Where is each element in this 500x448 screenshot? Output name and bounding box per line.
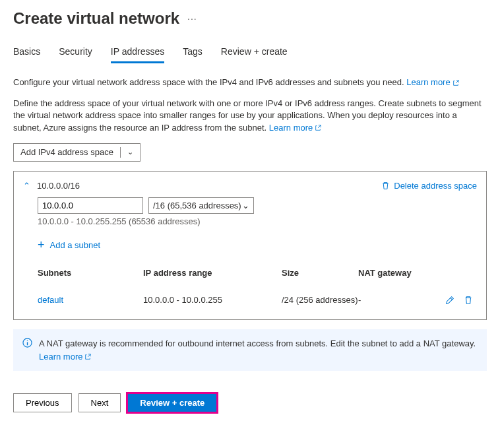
address-space-cidr: 10.0.0.0/16 (37, 181, 381, 191)
page-title: Create virtual network (13, 9, 179, 28)
address-space-block: ⌃ 10.0.0.0/16 Delete address space /16 (… (13, 171, 487, 321)
add-address-space-button[interactable]: Add IPv4 address space ⌄ (13, 143, 141, 162)
subnet-table-header: Subnets IP address range Size NAT gatewa… (38, 268, 477, 283)
tab-bar: Basics Security IP addresses Tags Review… (13, 46, 487, 63)
learn-more-link-3[interactable]: Learn more (39, 352, 91, 362)
tab-basics[interactable]: Basics (13, 46, 40, 63)
tab-review-create[interactable]: Review + create (221, 46, 288, 63)
col-header-range: IP address range (143, 268, 282, 278)
delete-address-space-button[interactable]: Delete address space (381, 181, 477, 191)
col-header-subnets: Subnets (38, 268, 143, 278)
subnet-range: 10.0.0.0 - 10.0.0.255 (143, 295, 282, 305)
col-header-nat: NAT gateway (358, 268, 444, 278)
external-link-icon (453, 80, 459, 86)
prefix-select[interactable]: /16 (65,536 addresses) ⌄ (148, 197, 254, 214)
external-link-icon (84, 354, 91, 360)
tab-security[interactable]: Security (59, 46, 92, 63)
external-link-icon (315, 125, 321, 131)
trash-icon (381, 181, 390, 190)
tab-ip-addresses[interactable]: IP addresses (111, 46, 164, 63)
trash-icon (464, 296, 473, 305)
edit-subnet-button[interactable] (445, 295, 454, 305)
delete-subnet-button[interactable] (464, 295, 473, 305)
add-subnet-button[interactable]: + Add a subnet (38, 238, 477, 252)
next-button[interactable]: Next (78, 393, 121, 412)
chevron-down-icon: ⌄ (242, 201, 249, 210)
subnet-nat: - (358, 295, 444, 305)
col-header-size: Size (282, 268, 358, 278)
learn-more-link-2[interactable]: Learn more (269, 123, 321, 133)
plus-icon: + (38, 238, 45, 252)
info-box: A NAT gateway is recommended for outboun… (13, 329, 487, 371)
range-text: 10.0.0.0 - 10.0.255.255 (65536 addresses… (38, 216, 477, 226)
subnet-name-link[interactable]: default (38, 295, 63, 305)
table-row: default 10.0.0.0 - 10.0.0.255 /24 (256 a… (38, 283, 477, 311)
previous-button[interactable]: Previous (13, 393, 72, 412)
review-create-button[interactable]: Review + create (127, 393, 217, 412)
subnet-size: /24 (256 addresses) (282, 295, 358, 305)
footer-buttons: Previous Next Review + create (13, 393, 487, 412)
info-icon (22, 338, 32, 348)
learn-more-link-1[interactable]: Learn more (406, 77, 458, 87)
intro-text-2: Define the address space of your virtual… (13, 98, 487, 134)
info-text: A NAT gateway is recommended for outboun… (39, 338, 476, 348)
chevron-down-icon: ⌄ (127, 148, 133, 156)
more-actions-button[interactable]: ··· (187, 13, 197, 24)
pencil-icon (445, 296, 454, 305)
tab-tags[interactable]: Tags (183, 46, 203, 63)
ip-address-input[interactable] (38, 197, 143, 214)
collapse-toggle[interactable]: ⌃ (23, 181, 30, 191)
divider (120, 147, 121, 158)
intro-text-1: Configure your virtual network address s… (13, 77, 487, 88)
